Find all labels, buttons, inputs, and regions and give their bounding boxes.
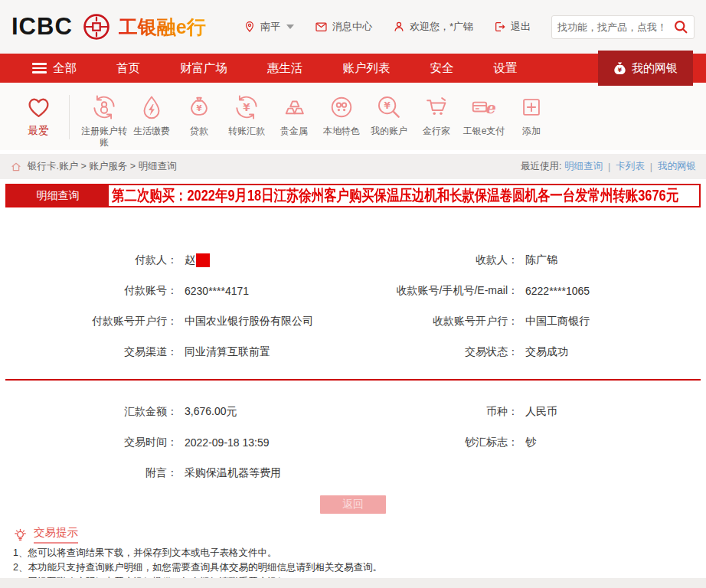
transfer-parties-section: 付款人： 赵 收款人： 陈广锦 付款账号： 6230****4171 收款账号/… bbox=[0, 207, 706, 368]
icbc-logo-text: ICBC bbox=[11, 13, 73, 41]
welcome-user[interactable]: 欢迎您，*广锦 bbox=[393, 20, 473, 34]
breadcrumb-path: 银行卡.账户 > 账户服务 > 明细查询 bbox=[28, 160, 176, 173]
toolbar-item-gold-expert[interactable]: 金行家 bbox=[413, 93, 460, 137]
shopping-cart-icon bbox=[422, 93, 451, 122]
nav-account-list[interactable]: 账户列表 bbox=[323, 54, 410, 83]
toolbar-item-my-account[interactable]: ¥ 我的账户 bbox=[365, 93, 413, 137]
toolbar-label: 工银e支付 bbox=[463, 126, 505, 137]
recent-label: 最近使用: bbox=[521, 160, 561, 173]
currency-label: 币种： bbox=[360, 405, 518, 419]
search-input[interactable] bbox=[557, 21, 673, 33]
payer-account-value: 6230****4171 bbox=[185, 285, 249, 297]
logout-button[interactable]: 退出 bbox=[494, 20, 531, 34]
channel-value: 同业清算互联前置 bbox=[185, 345, 270, 359]
button-row: 返回 bbox=[0, 495, 706, 514]
nav-settings[interactable]: 设置 bbox=[474, 54, 538, 83]
add-icon bbox=[517, 93, 546, 122]
recent-link-my-ebank[interactable]: 我的网银 bbox=[658, 160, 696, 173]
payer-bank-label: 付款账号开户行： bbox=[6, 315, 178, 328]
money-bag-icon: ¥ bbox=[613, 61, 626, 76]
form-row: 汇款金额： 3,676.00元 币种： 人民币 bbox=[6, 397, 706, 427]
time-label: 交易时间： bbox=[6, 436, 178, 449]
icbc-ebank-page: ICBC 工银融e行 南平 bbox=[0, 0, 706, 588]
amount-label: 汇款金额： bbox=[6, 405, 178, 419]
register-transfer-icon bbox=[90, 93, 119, 122]
transfer-amount-section: 汇款金额： 3,676.00元 币种： 人民币 交易时间： 2022-09-18… bbox=[0, 381, 706, 488]
payee-account-value: 6222****1065 bbox=[525, 285, 590, 297]
message-center-link[interactable]: 消息中心 bbox=[315, 20, 372, 34]
toolbar-label: 贷款 bbox=[190, 126, 208, 137]
tab-detail-query[interactable]: 明细查询 bbox=[7, 185, 109, 206]
toolbar-label: 转账汇款 bbox=[228, 126, 265, 137]
toolbar-item-local-features[interactable]: 本地特色 bbox=[318, 93, 365, 137]
cash-flag-label: 钞汇标志： bbox=[360, 436, 518, 449]
search-icon[interactable] bbox=[673, 19, 688, 34]
payee-bank-label: 收款账号开户行： bbox=[360, 315, 518, 328]
nav-wealth-plaza[interactable]: 财富广场 bbox=[160, 54, 247, 83]
recent-link-detail-query[interactable]: 明细查询 bbox=[564, 160, 603, 173]
brand-name: 工银融e行 bbox=[119, 15, 206, 40]
svg-text:e: e bbox=[485, 99, 496, 117]
nav-label: 设置 bbox=[494, 60, 518, 77]
my-ebank-ribbon[interactable]: ¥ 我的网银 bbox=[598, 51, 693, 86]
nav-label: 惠生活 bbox=[267, 60, 303, 77]
form-row: 付款账号： 6230****4171 收款账号/手机号/E-mail： 6222… bbox=[6, 276, 706, 306]
search-box bbox=[551, 15, 695, 39]
logout-label: 退出 bbox=[511, 20, 531, 34]
epay-card-icon: e bbox=[469, 93, 498, 122]
svg-text:¥: ¥ bbox=[243, 102, 250, 113]
quick-toolbar: 最爱 注册账户转账 生活缴费 bbox=[0, 83, 706, 150]
form-row: 交易渠道： 同业清算互联前置 交易状态： 交易成功 bbox=[6, 337, 706, 368]
nav-life[interactable]: 惠生活 bbox=[247, 54, 323, 83]
welcome-label: 欢迎您，*广锦 bbox=[410, 20, 473, 34]
gold-bars-icon bbox=[279, 93, 309, 122]
payer-account-label: 付款账号： bbox=[6, 284, 178, 298]
recent-used: 最近使用: 明细查询 | 卡列表 | 我的网银 bbox=[521, 160, 696, 173]
toolbar-label: 贵金属 bbox=[280, 126, 308, 137]
nav-security[interactable]: 安全 bbox=[410, 54, 474, 83]
redacted-block bbox=[196, 253, 210, 267]
toolbar-item-precious-metals[interactable]: 贵金属 bbox=[270, 93, 318, 137]
toolbar-label: 注册账户转账 bbox=[80, 126, 128, 149]
location-selector[interactable]: 南平 bbox=[244, 20, 294, 34]
envelope-icon bbox=[315, 21, 328, 33]
toolbar-item-add[interactable]: 添加 bbox=[508, 93, 555, 137]
toolbar-item-favorite[interactable]: 最爱 bbox=[17, 93, 60, 138]
recent-link-card-list[interactable]: 卡列表 bbox=[616, 160, 645, 173]
purchase-annotation: 第二次购买：2022年9月18日江苏徐州客户购买保温压边机和长款保温卷圆机各一台… bbox=[109, 185, 678, 206]
favorite-label: 最爱 bbox=[28, 124, 49, 138]
nav-label: 账户列表 bbox=[343, 60, 391, 77]
back-button[interactable]: 返回 bbox=[320, 495, 386, 514]
toolbar-item-loan[interactable]: ¥ 贷款 bbox=[175, 93, 223, 137]
breadcrumb[interactable]: 银行卡.账户 > 账户服务 > 明细查询 bbox=[10, 160, 176, 173]
location-label: 南平 bbox=[260, 20, 280, 34]
form-row: 付款人： 赵 收款人： 陈广锦 bbox=[6, 245, 706, 276]
payee-label: 收款人： bbox=[360, 253, 518, 267]
nav-home[interactable]: 首页 bbox=[96, 54, 160, 83]
memo-label: 附言： bbox=[6, 466, 178, 480]
amount-value: 3,676.00元 bbox=[185, 405, 237, 419]
toolbar-item-transfer-remit[interactable]: ¥ 转账汇款 bbox=[223, 93, 270, 137]
payee-bank-value: 中国工商银行 bbox=[525, 315, 590, 328]
life-payment-icon bbox=[137, 93, 166, 122]
toolbar-item-epay[interactable]: e 工银e支付 bbox=[460, 93, 508, 137]
nav-label: 财富广场 bbox=[180, 60, 227, 77]
icbc-emblem-icon bbox=[82, 12, 111, 41]
toolbar-label: 本地特色 bbox=[323, 126, 360, 137]
header-right: 南平 消息中心 欢迎您，*广锦 bbox=[244, 15, 695, 39]
user-icon bbox=[393, 21, 405, 33]
status-value: 交易成功 bbox=[525, 345, 568, 359]
logout-icon bbox=[494, 21, 506, 33]
payer-value: 赵 bbox=[185, 253, 195, 267]
money-bag-icon: ¥ bbox=[185, 93, 214, 122]
payee-value: 陈广锦 bbox=[525, 253, 557, 267]
currency-value: 人民币 bbox=[525, 405, 557, 419]
nav-all-label: 全部 bbox=[53, 60, 77, 77]
memo-value: 采购保温机器等费用 bbox=[185, 466, 281, 480]
transfer-remit-icon: ¥ bbox=[232, 93, 261, 122]
link-separator: | bbox=[645, 162, 658, 172]
nav-all[interactable]: 全部 bbox=[12, 54, 96, 83]
toolbar-item-life-payment[interactable]: 生活缴费 bbox=[128, 93, 175, 137]
toolbar-item-register-transfer[interactable]: 注册账户转账 bbox=[80, 93, 128, 149]
status-label: 交易状态： bbox=[360, 345, 518, 359]
